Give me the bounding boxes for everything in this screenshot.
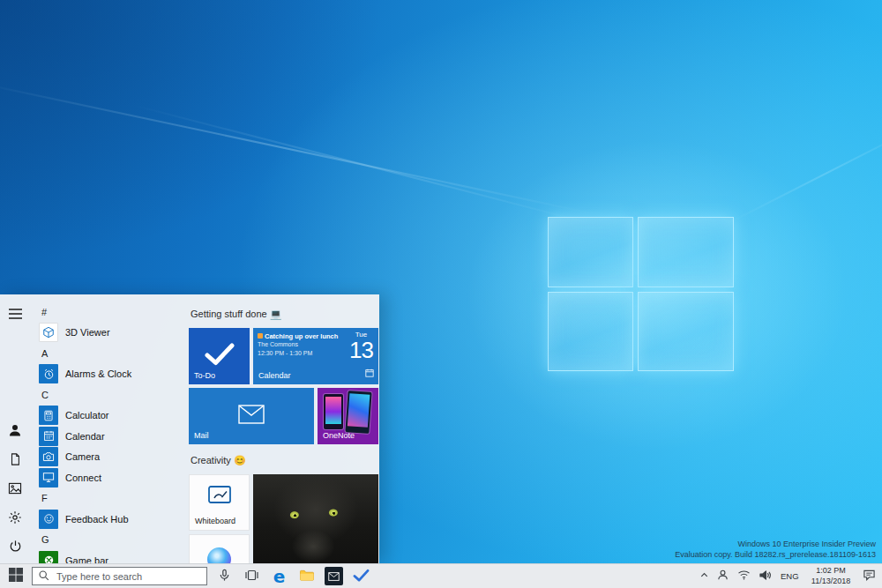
volume-tray-button[interactable] [754, 564, 775, 588]
event-emoji-icon [258, 333, 263, 339]
app-list-header-hash[interactable]: # [39, 301, 180, 323]
app-list: # 3D Viewer A Alarms & Clock C [30, 294, 180, 564]
app-label: Camera [65, 451, 100, 462]
power-icon [9, 540, 22, 555]
user-icon [8, 423, 22, 440]
start-button[interactable] [0, 564, 32, 588]
start-menu-rail [0, 294, 30, 564]
desktop: Windows 10 Enterprise Insider Preview Ev… [0, 0, 882, 588]
search-input[interactable] [55, 570, 201, 583]
header-letter: G [41, 534, 49, 545]
todo-check-icon [353, 569, 370, 584]
app-item-camera[interactable]: Camera [39, 447, 180, 468]
app-list-header-a[interactable]: A [39, 343, 180, 364]
tile-todo[interactable]: To-Do [189, 328, 250, 384]
tile-calendar[interactable]: Catching up over lunch The Commons 12:30… [253, 328, 378, 384]
calendar-glyph-icon [365, 365, 374, 381]
tile-whiteboard[interactable]: Whiteboard [189, 474, 250, 531]
tile-label: OneNote [323, 431, 355, 440]
app-label: Calendar [65, 431, 105, 442]
event-title: Catching up over lunch [258, 332, 344, 340]
watermark-line2: Evaluation copy. Build 18282.rs_prerelea… [675, 549, 876, 561]
pictures-icon [8, 482, 22, 497]
app-list-header-g[interactable]: G [39, 530, 180, 551]
tile-label: Whiteboard [195, 517, 235, 525]
header-letter: F [41, 493, 48, 503]
app-item-calculator[interactable]: Calculator [39, 406, 180, 427]
expand-menu-button[interactable] [4, 303, 26, 326]
pictures-button[interactable] [4, 478, 26, 501]
action-center-button[interactable] [858, 564, 879, 588]
tile-group-creativity: Whiteboard [189, 474, 379, 564]
tile-group-title-creativity[interactable]: Creativity 😊 [191, 455, 246, 466]
tile-group-getting-stuff-done: To-Do Catching up over lunch The Commons… [189, 328, 379, 444]
evaluation-watermark: Windows 10 Enterprise Insider Preview Ev… [675, 539, 876, 561]
calendar-icon [39, 427, 58, 446]
taskbar-search[interactable] [32, 567, 207, 585]
todo-taskbar-icon[interactable] [348, 564, 375, 588]
cortana-icon [207, 547, 231, 564]
app-item-feedback-hub[interactable]: Feedback Hub [39, 509, 180, 530]
folder-icon [299, 569, 315, 584]
windows-logo-pane [638, 217, 734, 287]
tile-onenote[interactable]: OneNote [318, 388, 378, 444]
tile-label: Mail [194, 431, 209, 440]
watermark-line1: Windows 10 Enterprise Insider Preview [675, 539, 876, 550]
onenote-screenshot [345, 391, 371, 434]
task-view-button[interactable] [238, 564, 265, 588]
app-label: Feedback Hub [65, 514, 129, 525]
document-icon [9, 452, 21, 469]
language-indicator[interactable]: ENG [775, 564, 804, 588]
people-icon [716, 569, 729, 584]
app-item-3d-viewer[interactable]: 3D Viewer [39, 323, 180, 344]
app-label: 3D Viewer [65, 327, 110, 338]
tile-cortana[interactable] [189, 534, 250, 564]
mail-icon [325, 567, 343, 585]
header-letter: C [41, 390, 49, 400]
mail-taskbar-icon[interactable] [320, 564, 348, 588]
alarms-clock-icon [39, 364, 58, 383]
tile-label: Calendar [258, 371, 291, 380]
feedback-hub-icon [39, 510, 58, 529]
windows-logo-pane [638, 292, 734, 371]
clock-time: 1:02 PM [816, 566, 846, 576]
app-label: Connect [65, 473, 101, 483]
app-item-calendar[interactable]: Calendar [39, 426, 180, 447]
system-tray: ENG 1:02 PM 11/13/2018 [696, 564, 882, 588]
settings-button[interactable] [4, 507, 26, 530]
windows-logo [548, 217, 734, 371]
mail-envelope-icon [238, 405, 265, 428]
action-center-icon [863, 569, 876, 584]
tile-label: To-Do [194, 371, 215, 380]
windows-logo-pane [548, 292, 633, 371]
header-letter: A [41, 348, 48, 359]
documents-button[interactable] [4, 449, 26, 472]
power-button[interactable] [4, 536, 26, 559]
tile-group-title-getting-stuff-done[interactable]: Getting stuff done 💻 [191, 309, 281, 320]
app-item-alarms-clock[interactable]: Alarms & Clock [39, 364, 180, 385]
tile-photos-live[interactable] [253, 474, 378, 564]
people-tray-button[interactable] [712, 564, 733, 588]
app-list-header-f[interactable]: F [39, 488, 180, 510]
app-item-game-bar[interactable]: Game bar [39, 550, 180, 564]
network-tray-button[interactable] [733, 564, 754, 588]
edge-logo-icon: e [273, 568, 286, 585]
gear-icon [8, 510, 22, 527]
speaker-icon [759, 569, 772, 584]
3d-viewer-icon [39, 323, 58, 342]
tile-mail[interactable]: Mail [189, 388, 314, 444]
show-hidden-icons-button[interactable] [696, 564, 712, 588]
edge-taskbar-icon[interactable]: e [265, 564, 293, 588]
app-list-header-c[interactable]: C [39, 384, 180, 406]
header-letter: # [41, 307, 47, 317]
start-menu: # 3D Viewer A Alarms & Clock C [0, 294, 379, 564]
camera-icon [39, 447, 58, 466]
cortana-mic-button[interactable] [211, 564, 238, 588]
file-explorer-taskbar-icon[interactable] [293, 564, 320, 588]
app-item-connect[interactable]: Connect [39, 467, 180, 488]
search-icon [38, 569, 49, 584]
taskbar-clock[interactable]: 1:02 PM 11/13/2018 [804, 564, 858, 588]
microphone-icon [218, 569, 231, 584]
user-account-button[interactable] [4, 420, 26, 443]
calendar-event: Catching up over lunch The Commons 12:30… [258, 332, 344, 358]
